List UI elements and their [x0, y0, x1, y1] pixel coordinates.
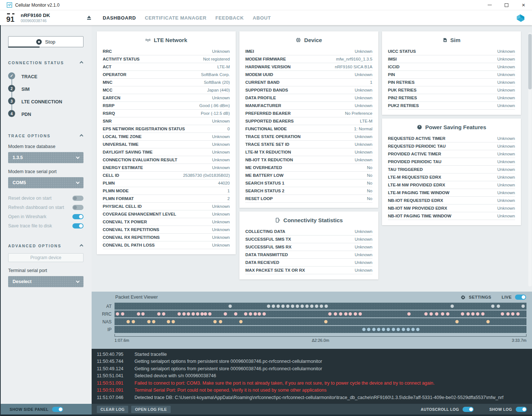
terminal-serial-port-select[interactable]: Deselect [8, 276, 83, 287]
packet-event-dot[interactable] [286, 305, 290, 308]
packet-event-dot[interactable] [471, 312, 475, 316]
packet-event-dot[interactable] [402, 328, 405, 331]
packet-event-dot[interactable] [516, 312, 519, 316]
packet-event-dot[interactable] [267, 305, 270, 308]
packet-event-dot[interactable] [121, 312, 125, 316]
packet-event-dot[interactable] [430, 312, 433, 316]
packet-event-dot[interactable] [305, 305, 308, 308]
reset-device-on-start-toggle[interactable] [72, 196, 83, 201]
scrollbar-thumb[interactable] [528, 34, 532, 89]
program-device-button[interactable]: Program device [8, 253, 83, 262]
packet-event-dot[interactable] [291, 305, 294, 308]
modem-trace-database-select[interactable]: 1.3.5 [8, 152, 83, 163]
packet-event-dot[interactable] [328, 312, 332, 316]
packet-event-dot[interactable] [229, 305, 232, 308]
packet-event-dot[interactable] [354, 312, 357, 316]
minimize-button[interactable] [481, 0, 498, 10]
packet-event-dot[interactable] [116, 312, 119, 316]
packet-event-dot[interactable] [234, 312, 237, 316]
packet-event-dot[interactable] [435, 312, 438, 316]
packet-event-dot[interactable] [272, 305, 275, 308]
packet-event-dot[interactable] [208, 312, 211, 316]
packet-event-dot[interactable] [320, 305, 323, 308]
packet-event-dot[interactable] [196, 312, 200, 316]
tab-dashboard[interactable]: DASHBOARD [103, 15, 136, 21]
live-toggle[interactable] [515, 295, 526, 300]
packet-event-dot[interactable] [172, 320, 175, 323]
packet-event-dot[interactable] [387, 328, 390, 331]
packet-event-dot[interactable] [214, 320, 217, 323]
packet-event-dot[interactable] [501, 312, 504, 316]
packet-event-dot[interactable] [310, 305, 314, 308]
autoscroll-log-toggle[interactable] [463, 407, 474, 412]
save-trace-file-to-disk-toggle[interactable] [72, 223, 83, 228]
packet-event-dot[interactable] [276, 305, 280, 308]
timeline-track-at[interactable] [115, 303, 526, 310]
packet-event-dot[interactable] [254, 312, 257, 316]
tab-about[interactable]: ABOUT [253, 15, 271, 21]
open-log-file-button[interactable]: OPEN LOG FILE [131, 406, 170, 413]
show-log-toggle[interactable] [516, 407, 527, 412]
packet-event-dot[interactable] [412, 328, 415, 331]
packet-event-dot[interactable] [397, 328, 400, 331]
packet-event-dot[interactable] [296, 305, 299, 308]
packet-event-dot[interactable] [244, 312, 247, 316]
packet-event-dot[interactable] [362, 328, 365, 331]
packet-event-dot[interactable] [461, 312, 464, 316]
packet-event-dot[interactable] [262, 312, 266, 316]
timeline-track-rrc[interactable] [115, 310, 526, 317]
packet-event-dot[interactable] [344, 312, 347, 316]
packet-event-dot[interactable] [367, 328, 370, 331]
packet-event-dot[interactable] [224, 312, 227, 316]
packet-event-dot[interactable] [201, 312, 204, 316]
packet-event-dot[interactable] [372, 328, 376, 331]
modem-trace-serial-port-select[interactable]: COM5 [8, 177, 83, 188]
packet-event-dot[interactable] [348, 312, 352, 316]
packet-event-dot[interactable] [377, 328, 380, 331]
timeline-track-ip[interactable] [115, 326, 526, 333]
packet-event-dot[interactable] [406, 328, 410, 331]
packet-event-dot[interactable] [132, 320, 135, 323]
packet-event-dot[interactable] [282, 305, 285, 308]
packet-event-dot[interactable] [358, 312, 362, 316]
packet-event-dot[interactable] [481, 312, 484, 316]
packet-event-dot[interactable] [522, 305, 525, 308]
packet-event-dot[interactable] [455, 320, 458, 323]
settings-button[interactable]: SETTINGS [469, 295, 491, 299]
packet-event-dot[interactable] [441, 312, 444, 316]
packet-event-dot[interactable] [157, 312, 161, 316]
packet-event-dot[interactable] [392, 328, 395, 331]
packet-event-dot[interactable] [339, 312, 342, 316]
packet-event-dot[interactable] [183, 312, 186, 316]
dashboard-scrollbar[interactable] [528, 32, 532, 286]
open-in-wireshark-toggle[interactable] [72, 214, 83, 219]
stop-button[interactable]: Stop [8, 36, 83, 47]
packet-event-dot[interactable] [147, 320, 150, 323]
timeline-track-nas[interactable] [115, 318, 526, 325]
device-selector[interactable]: 91 nRF9160 DK 000960038746 [0, 10, 83, 25]
packet-event-dot[interactable] [219, 320, 222, 323]
tab-certificate-manager[interactable]: CERTIFICATE MANAGER [145, 15, 207, 21]
packet-event-dot[interactable] [466, 312, 470, 316]
packet-event-dot[interactable] [497, 305, 500, 308]
packet-event-dot[interactable] [451, 305, 454, 308]
packet-event-dot[interactable] [491, 305, 494, 308]
close-button[interactable]: ✕ [515, 0, 532, 10]
packet-event-dot[interactable] [416, 328, 419, 331]
packet-event-dot[interactable] [141, 312, 144, 316]
connection-status-section-header[interactable]: CONNECTION STATUS [8, 61, 83, 65]
packet-event-dot[interactable] [301, 305, 304, 308]
packet-event-dot[interactable] [487, 320, 490, 323]
packet-event-dot[interactable] [204, 312, 207, 316]
packet-event-dot[interactable] [152, 320, 155, 323]
packet-event-dot[interactable] [407, 312, 411, 316]
packet-event-dot[interactable] [258, 312, 261, 316]
packet-event-dot[interactable] [424, 312, 427, 316]
show-side-panel-toggle[interactable] [52, 407, 63, 412]
packet-event-dot[interactable] [178, 312, 181, 316]
packet-event-dot[interactable] [446, 312, 450, 316]
packet-event-dot[interactable] [162, 312, 165, 316]
packet-event-dot[interactable] [191, 312, 195, 316]
packet-event-dot[interactable] [324, 320, 327, 323]
packet-event-dot[interactable] [325, 305, 328, 308]
